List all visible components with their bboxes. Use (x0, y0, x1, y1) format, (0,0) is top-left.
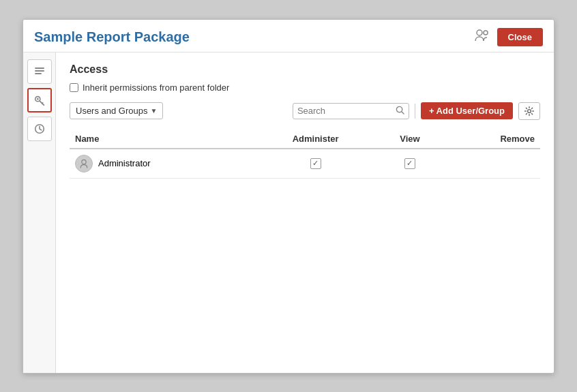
header-right: Close (474, 28, 543, 46)
cell-name: Administrator (70, 149, 254, 179)
table-row: Administrator ✓✓ (70, 149, 540, 179)
view-checkbox[interactable]: ✓ (404, 158, 415, 169)
search-input[interactable] (297, 106, 393, 116)
svg-point-0 (477, 30, 482, 35)
toolbar-divider (415, 104, 415, 119)
inherit-row: Inherit permissions from parent folder (70, 82, 540, 93)
svg-rect-2 (35, 67, 44, 69)
sidebar (23, 52, 56, 373)
cell-view: ✓ (376, 149, 443, 179)
sidebar-item-history[interactable] (27, 117, 52, 141)
col-name: Name (70, 130, 254, 149)
cell-remove (443, 149, 541, 179)
col-administer: Administer (254, 130, 377, 149)
svg-point-1 (484, 31, 488, 35)
inherit-label[interactable]: Inherit permissions from parent folder (83, 82, 229, 93)
user-name: Administrator (98, 158, 151, 168)
avatar (75, 155, 93, 172)
search-box (293, 103, 409, 119)
svg-point-10 (82, 160, 86, 164)
page-title: Sample Report Package (34, 29, 190, 45)
main-window: Sample Report Package Close (23, 19, 554, 374)
toolbar-left: Users and Groups ▼ (70, 102, 163, 119)
toolbar-row: Users and Groups ▼ (70, 102, 540, 120)
search-icon (396, 106, 404, 117)
svg-rect-3 (35, 70, 44, 72)
svg-point-9 (528, 109, 531, 112)
users-icon (474, 29, 490, 46)
body: Access Inherit permissions from parent f… (23, 52, 554, 373)
permissions-table: Name Administer View Remove Administrato… (70, 130, 540, 179)
close-button[interactable]: Close (497, 28, 543, 46)
content-area: Access Inherit permissions from parent f… (56, 52, 554, 373)
header: Sample Report Package Close (23, 20, 554, 52)
svg-point-6 (36, 97, 38, 100)
toolbar-right: + Add User/Group (293, 102, 540, 120)
settings-button[interactable] (518, 102, 540, 120)
add-user-group-button[interactable]: + Add User/Group (421, 102, 513, 119)
inherit-checkbox[interactable] (70, 83, 78, 92)
administer-checkbox[interactable]: ✓ (310, 158, 321, 169)
cell-administer: ✓ (254, 149, 377, 179)
col-remove: Remove (443, 130, 541, 149)
table-header-row: Name Administer View Remove (70, 130, 540, 149)
sidebar-item-access[interactable] (27, 88, 52, 112)
filter-dropdown[interactable]: Users and Groups ▼ (70, 102, 163, 119)
chevron-down-icon: ▼ (151, 107, 158, 115)
filter-dropdown-label: Users and Groups (76, 106, 148, 116)
section-title: Access (70, 63, 540, 76)
sidebar-item-properties[interactable] (27, 59, 52, 84)
col-view: View (376, 130, 443, 149)
svg-rect-4 (35, 73, 42, 74)
